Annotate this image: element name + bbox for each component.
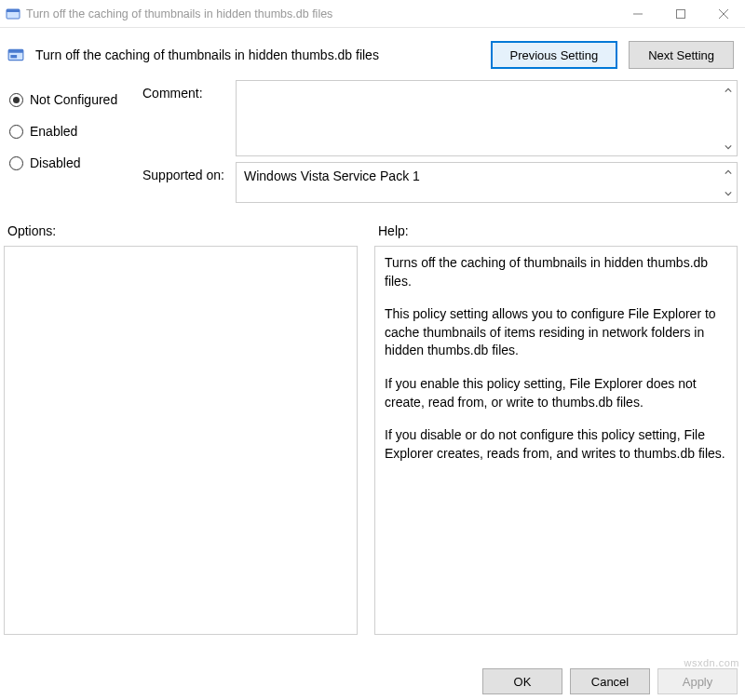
scroll-down-icon[interactable] — [720, 139, 736, 155]
next-setting-button[interactable]: Next Setting — [629, 41, 734, 69]
supported-on-label: Supported on: — [142, 162, 236, 203]
policy-icon — [7, 47, 24, 63]
footer: OK Cancel Apply — [482, 668, 738, 694]
scroll-up-icon[interactable] — [720, 82, 736, 98]
radio-disabled[interactable]: Disabled — [9, 147, 135, 179]
scroll-up-icon[interactable] — [720, 164, 736, 180]
radio-label: Disabled — [30, 155, 80, 170]
config-area: Not Configured Enabled Disabled Comment:… — [0, 80, 745, 207]
minimize-button[interactable] — [616, 0, 659, 27]
radio-icon — [9, 156, 23, 170]
help-paragraph: If you disable or do not configure this … — [385, 426, 727, 463]
radio-not-configured[interactable]: Not Configured — [9, 84, 135, 115]
close-button[interactable] — [702, 0, 745, 27]
panels: Options: Help: Turns off the caching of … — [0, 207, 745, 635]
svg-rect-8 — [10, 55, 17, 58]
svg-rect-7 — [8, 49, 23, 52]
state-radio-group: Not Configured Enabled Disabled — [9, 80, 135, 203]
comment-label: Comment: — [142, 80, 236, 156]
help-box: Turns off the caching of thumbnails in h… — [374, 246, 738, 635]
help-label: Help: — [378, 223, 738, 238]
previous-setting-button[interactable]: Previous Setting — [491, 41, 618, 69]
ok-button[interactable]: OK — [482, 668, 562, 694]
comment-input[interactable] — [236, 80, 738, 156]
titlebar: Turn off the caching of thumbnails in hi… — [0, 0, 745, 28]
watermark: wsxdn.com — [684, 657, 739, 668]
scroll-down-icon[interactable] — [720, 185, 736, 201]
header: Turn off the caching of thumbnails in hi… — [0, 28, 745, 80]
radio-icon — [9, 93, 23, 107]
svg-rect-3 — [677, 9, 685, 18]
radio-enabled[interactable]: Enabled — [9, 115, 135, 147]
window-title: Turn off the caching of thumbnails in hi… — [26, 7, 616, 20]
radio-label: Not Configured — [30, 92, 117, 107]
help-paragraph: Turns off the caching of thumbnails in h… — [385, 254, 727, 290]
radio-label: Enabled — [30, 124, 77, 139]
page-title: Turn off the caching of thumbnails in hi… — [35, 47, 480, 62]
cancel-button[interactable]: Cancel — [570, 668, 650, 694]
help-paragraph: This policy setting allows you to config… — [385, 305, 727, 360]
maximize-button[interactable] — [659, 0, 702, 27]
radio-icon — [9, 125, 23, 139]
svg-rect-1 — [7, 9, 20, 12]
options-label: Options: — [7, 223, 358, 238]
supported-on-value: Windows Vista Service Pack 1 — [236, 162, 738, 203]
apply-button: Apply — [657, 668, 738, 694]
policy-icon — [6, 7, 20, 21]
options-box — [4, 246, 358, 635]
help-paragraph: If you enable this policy setting, File … — [385, 375, 727, 411]
